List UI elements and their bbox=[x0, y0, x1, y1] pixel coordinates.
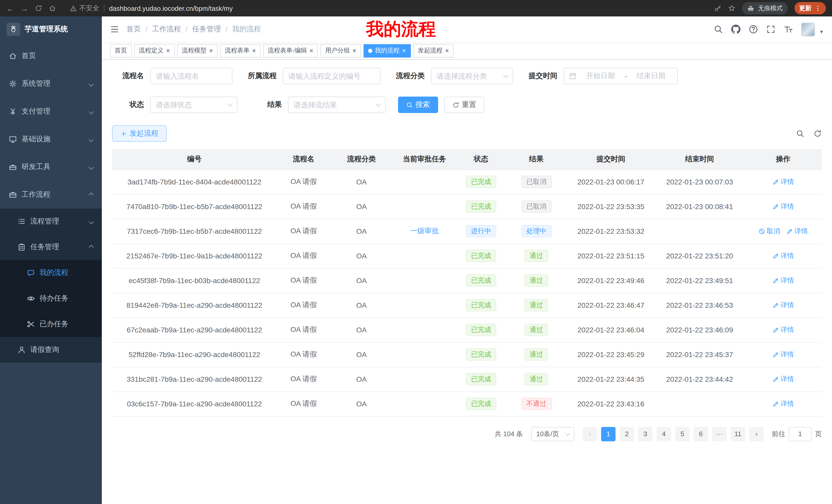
tab-item[interactable]: 流程模型× bbox=[177, 44, 217, 57]
tab-item[interactable]: 流程定义× bbox=[134, 44, 175, 57]
process-id-input[interactable] bbox=[283, 68, 381, 84]
avatar[interactable] bbox=[801, 22, 815, 36]
goto-page-input[interactable] bbox=[789, 427, 811, 441]
font-size-icon[interactable] bbox=[784, 25, 793, 34]
page-button[interactable]: 4 bbox=[657, 427, 671, 441]
browser-menu-icon[interactable] bbox=[814, 5, 821, 11]
tab-item[interactable]: 发起流程× bbox=[413, 44, 453, 57]
detail-action-link[interactable]: 详情 bbox=[772, 177, 794, 187]
cell-task bbox=[392, 293, 457, 317]
close-icon[interactable]: × bbox=[445, 47, 449, 54]
submit-time-range-picker[interactable]: 开始日期 - 结束日期 bbox=[564, 68, 678, 84]
detail-action-link[interactable]: 详情 bbox=[772, 350, 794, 359]
browser-back-icon[interactable]: ← bbox=[6, 4, 14, 12]
sidebar-item-yen[interactable]: 支付管理 bbox=[0, 97, 102, 125]
browser-reload-icon[interactable] bbox=[35, 5, 42, 12]
current-task-link[interactable]: 一级审批 bbox=[410, 227, 439, 235]
page-button[interactable]: 2 bbox=[620, 427, 634, 441]
page-button[interactable]: 5 bbox=[675, 427, 690, 441]
tab-item[interactable]: 用户分组× bbox=[321, 44, 361, 57]
detail-action-link[interactable]: 详情 bbox=[772, 301, 794, 310]
search-icon[interactable] bbox=[714, 25, 723, 34]
page-button[interactable]: 11 bbox=[731, 427, 745, 441]
app-logo-row[interactable]: 芋道管理系统 bbox=[0, 17, 102, 42]
browser-forward-icon[interactable]: → bbox=[21, 4, 28, 12]
browser-home-icon[interactable] bbox=[49, 5, 56, 12]
close-icon[interactable]: × bbox=[252, 47, 256, 54]
detail-action-link[interactable]: 详情 bbox=[772, 374, 794, 384]
security-indicator[interactable]: 不安全 bbox=[70, 4, 99, 13]
sidebar-item-gear[interactable]: 系统管理 bbox=[0, 70, 102, 97]
github-icon[interactable] bbox=[731, 25, 740, 34]
detail-action-link[interactable]: 详情 bbox=[772, 399, 794, 409]
sidebar-item-chat[interactable]: 我的流程 bbox=[0, 260, 102, 286]
address-divider bbox=[104, 5, 104, 12]
hide-search-icon[interactable] bbox=[796, 130, 804, 138]
cell-status: 已完成 bbox=[457, 342, 505, 367]
search-button[interactable]: 搜索 bbox=[398, 96, 438, 113]
page-ellipsis-button[interactable]: ··· bbox=[712, 427, 727, 441]
page-button[interactable]: 3 bbox=[638, 427, 653, 441]
detail-action-link[interactable]: 详情 bbox=[772, 325, 794, 334]
close-icon[interactable]: × bbox=[402, 47, 406, 54]
detail-action-link[interactable]: 详情 bbox=[786, 227, 808, 236]
detail-action-link[interactable]: 详情 bbox=[772, 276, 794, 285]
close-icon[interactable]: × bbox=[166, 47, 170, 54]
next-page-button[interactable]: › bbox=[749, 427, 763, 441]
sidebar-item-tasks[interactable]: 任务管理 bbox=[0, 234, 102, 260]
fullscreen-icon[interactable] bbox=[766, 25, 775, 34]
chevron-down-icon[interactable]: ▼ bbox=[819, 29, 824, 34]
sidebar-item-briefcase[interactable]: 工作流程 bbox=[0, 181, 102, 208]
cell-actions: 详情 bbox=[745, 293, 822, 317]
status-select[interactable] bbox=[150, 96, 238, 113]
address-bar[interactable]: 不安全 dashboard.yudao.iocoder.cn/bpm/task/… bbox=[70, 4, 707, 13]
key-icon[interactable] bbox=[714, 5, 722, 12]
close-icon[interactable]: × bbox=[353, 47, 356, 54]
result-select-field[interactable] bbox=[294, 101, 373, 109]
edit-icon bbox=[786, 228, 793, 234]
page-button[interactable]: 6 bbox=[694, 427, 708, 441]
sidebar-item-toolbox[interactable]: 研发工具 bbox=[0, 153, 102, 181]
table-refresh-icon[interactable] bbox=[813, 130, 822, 138]
sidebar-item-home[interactable]: 首页 bbox=[0, 42, 102, 70]
cancel-action-link[interactable]: 取消 bbox=[758, 227, 780, 236]
tab-item[interactable]: 流程表单-编辑× bbox=[263, 44, 318, 57]
sidebar-item-scissors[interactable]: 已办任务 bbox=[0, 311, 102, 337]
tab-item[interactable]: 流程表单× bbox=[220, 44, 260, 57]
eye-icon bbox=[27, 295, 35, 303]
sidebar-item-monitor[interactable]: 基础设施 bbox=[0, 125, 102, 153]
table-row: ec45f38f-7b9a-11ec-b03b-acde48001122OA 请… bbox=[112, 268, 822, 293]
breadcrumb-item[interactable]: 首页 bbox=[127, 25, 141, 34]
browser-update-button[interactable]: 更新 bbox=[795, 2, 826, 15]
process-name-field[interactable] bbox=[156, 72, 227, 80]
cell-name: OA 请假 bbox=[277, 194, 331, 219]
question-icon[interactable] bbox=[749, 25, 758, 34]
reset-button[interactable]: 重置 bbox=[444, 96, 485, 113]
process-id-field[interactable] bbox=[288, 72, 375, 80]
sidebar-item-eye[interactable]: 待办任务 bbox=[0, 286, 102, 311]
status-select-field[interactable] bbox=[156, 101, 225, 109]
cell-task bbox=[392, 268, 457, 293]
prev-page-button[interactable]: ‹ bbox=[582, 427, 597, 441]
sidebar-item-label: 流程管理 bbox=[30, 217, 59, 226]
tab-item[interactable]: 我的流程× bbox=[364, 44, 411, 57]
detail-action-link[interactable]: 详情 bbox=[772, 202, 794, 211]
page-button[interactable]: 1 bbox=[601, 427, 616, 441]
breadcrumb-item[interactable]: 任务管理 bbox=[192, 25, 221, 34]
hamburger-icon[interactable] bbox=[110, 25, 119, 34]
close-icon[interactable]: × bbox=[310, 47, 313, 54]
create-process-button[interactable]: 发起流程 bbox=[112, 125, 166, 142]
page-size-select[interactable]: 10条/页 bbox=[531, 427, 574, 441]
tab-item[interactable]: 首页 bbox=[110, 44, 132, 57]
sidebar-item-flow[interactable]: 流程管理 bbox=[0, 208, 102, 234]
process-name-input[interactable] bbox=[150, 68, 232, 84]
chevron-down-icon bbox=[89, 137, 94, 142]
sidebar-item-person[interactable]: 请假查询 bbox=[0, 337, 102, 363]
close-icon[interactable]: × bbox=[209, 47, 213, 54]
detail-action-link[interactable]: 详情 bbox=[772, 251, 794, 260]
category-select[interactable] bbox=[431, 68, 513, 84]
breadcrumb-item[interactable]: 工作流程 bbox=[152, 25, 181, 34]
result-select[interactable] bbox=[288, 96, 386, 113]
bookmark-star-icon[interactable] bbox=[728, 5, 735, 12]
category-select-field[interactable] bbox=[437, 72, 501, 80]
